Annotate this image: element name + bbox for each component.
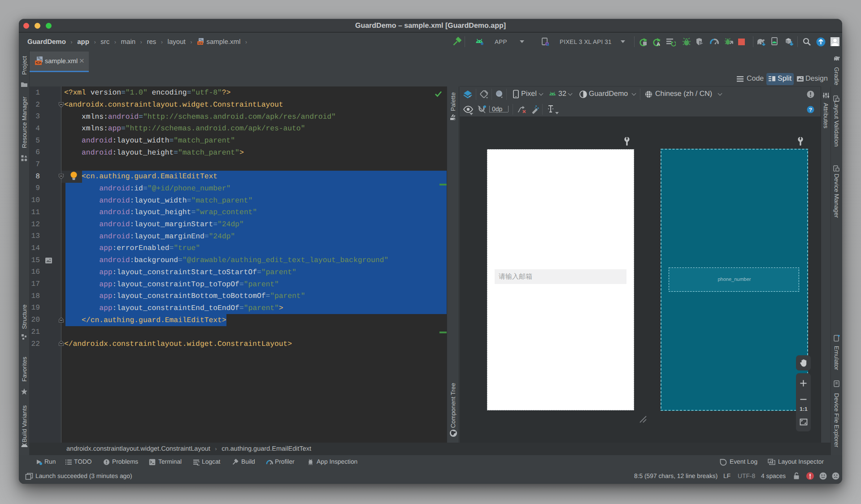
svg-text:A: A xyxy=(657,42,660,47)
svg-text:<>: <> xyxy=(36,60,41,65)
svg-text:<>: <> xyxy=(198,42,203,45)
svg-text:?: ? xyxy=(809,107,812,113)
